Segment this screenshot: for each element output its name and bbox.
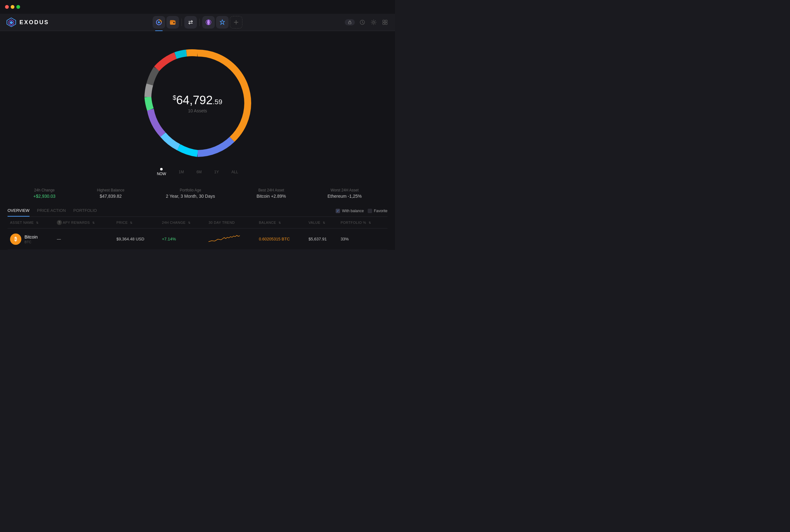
timeline-now[interactable]: NOW [157,168,166,176]
td-sparkline [206,228,256,250]
svg-point-4 [158,21,160,23]
exodus-logo-icon [6,17,16,27]
th-balance: BALANCE ⇅ [257,217,306,228]
titlebar [0,0,395,14]
svg-rect-16 [383,23,384,24]
with-balance-checkbox[interactable]: ✓ [336,209,340,213]
td-portfolio-pct: 33% [338,228,388,250]
table-tabs: OVERVIEW PRICE ACTION PORTFOLIO ✓ With b… [7,208,388,217]
table-filters: ✓ With balance ✓ Favorite [336,209,388,216]
timeline-1y[interactable]: 1Y [214,170,219,174]
sort-icon-apy[interactable]: ⇅ [92,221,95,224]
lock-toggle-button[interactable] [345,19,355,25]
td-asset-name: ₿ Bitcoin BTC [7,228,54,250]
nav-icons [153,16,242,28]
minimize-button[interactable] [11,5,15,9]
svg-point-13 [373,21,375,23]
svg-rect-15 [385,20,387,22]
th-value: VALUE ⇅ [306,217,338,228]
favorite-checkbox[interactable]: ✓ [368,209,372,213]
svg-marker-2 [10,21,13,24]
sort-icon-value[interactable]: ⇅ [323,221,326,224]
balance-value: 0.60205315 BTC [259,237,290,241]
tab-overview[interactable]: OVERVIEW [7,208,30,216]
svg-rect-11 [349,22,351,24]
svg-rect-7 [170,20,174,21]
timeline-6m[interactable]: 6M [196,170,202,174]
nav-apps-button[interactable] [202,16,215,28]
stat-highest-balance: Highest Balance $47,839.82 [97,188,124,199]
tab-price-action[interactable]: PRICE ACTION [37,208,66,216]
th-24h-change: 24H CHANGE ⇅ [159,217,206,228]
table-body: ₿ Bitcoin BTC — $9,364.48 USD +7.14% [7,228,388,250]
stat-best-asset: Best 24H Asset Bitcoin +2.89% [257,188,286,199]
main-content: $64,792.59 10 Assets NOW 1M 6M 1Y ALL [0,31,395,250]
tab-portfolio[interactable]: PORTFOLIO [74,208,97,216]
sort-icon-change[interactable]: ⇅ [188,221,191,224]
sort-icon-balance[interactable]: ⇅ [279,221,281,224]
nav-exchange-button[interactable] [184,16,197,28]
traffic-lights [5,5,20,9]
td-price: $9,364.48 USD [114,228,159,250]
chart-section: $64,792.59 10 Assets NOW 1M 6M 1Y ALL [0,37,395,179]
svg-rect-14 [383,20,384,22]
settings-button[interactable] [370,19,377,26]
timeline: NOW 1M 6M 1Y ALL [157,168,238,176]
sparkline-btc [208,233,240,244]
donut-chart: $64,792.59 10 Assets [138,44,257,163]
assets-count: 10 Assets [173,108,222,113]
nav-divider-1 [182,19,182,26]
asset-name-cell: ₿ Bitcoin BTC [10,233,52,245]
asset-ticker-label: BTC [24,240,38,244]
stats-row: 24h Change +$2,930.03 Highest Balance $4… [0,182,395,205]
nav-portfolio-button[interactable] [153,16,165,28]
th-portfolio-pct: PORTFOLIO % ⇅ [338,217,388,228]
th-price: PRICE ⇅ [114,217,159,228]
table-header: ASSET NAME ⇅ ? APY REWARDS ⇅ PRICE ⇅ 24H… [7,217,388,228]
timeline-all[interactable]: ALL [231,170,238,174]
filter-favorite[interactable]: ✓ Favorite [368,209,388,213]
nav-add-button[interactable] [230,16,242,28]
asset-name-label: Bitcoin [24,234,38,240]
nav-earn-button[interactable] [216,16,229,28]
maximize-button[interactable] [16,5,20,9]
currency-symbol: $ [173,94,176,101]
td-change: +7.14% [159,228,206,250]
filter-with-balance[interactable]: ✓ With balance [336,209,363,213]
table-row[interactable]: ₿ Bitcoin BTC — $9,364.48 USD +7.14% [7,228,388,250]
th-apy-rewards: ? APY REWARDS ⇅ [54,217,114,228]
nav-right [345,19,389,26]
nav-wallet-button[interactable] [166,16,179,28]
table-header-row: ASSET NAME ⇅ ? APY REWARDS ⇅ PRICE ⇅ 24H… [7,217,388,228]
th-30day-trend: 30 DAY TREND [206,217,256,228]
svg-rect-17 [385,23,387,24]
sort-icon-name[interactable]: ⇅ [36,221,39,224]
grid-button[interactable] [381,19,389,26]
close-button[interactable] [5,5,9,9]
td-value: $5,637.91 [306,228,338,250]
stat-24h-change: 24h Change +$2,930.03 [33,188,55,199]
sort-icon-portfolio[interactable]: ⇅ [369,221,372,224]
th-asset-name: ASSET NAME ⇅ [7,217,54,228]
topnav: EXODUS [0,14,395,31]
asset-icon-btc: ₿ [10,233,21,245]
history-button[interactable] [359,19,366,26]
svg-rect-6 [173,22,174,23]
td-apy: — [54,228,114,250]
asset-info: Bitcoin BTC [24,234,38,244]
stat-portfolio-age: Portfolio Age 2 Year, 3 Month, 30 Days [166,188,215,199]
timeline-dot-now [160,168,163,170]
asset-table: ASSET NAME ⇅ ? APY REWARDS ⇅ PRICE ⇅ 24H… [7,217,388,250]
donut-center: $64,792.59 10 Assets [173,94,222,113]
portfolio-amount: $64,792.59 [173,94,222,107]
logo: EXODUS [6,17,49,27]
timeline-1m[interactable]: 1M [178,170,184,174]
table-section: OVERVIEW PRICE ACTION PORTFOLIO ✓ With b… [0,208,395,250]
stat-worst-asset: Worst 24H Asset Ethereum -1,25% [327,188,362,199]
td-balance: 0.60205315 BTC [257,228,306,250]
change-value: +7.14% [162,237,176,241]
help-icon-apy[interactable]: ? [57,220,62,225]
sort-icon-price[interactable]: ⇅ [130,221,133,224]
logo-text: EXODUS [19,19,49,26]
